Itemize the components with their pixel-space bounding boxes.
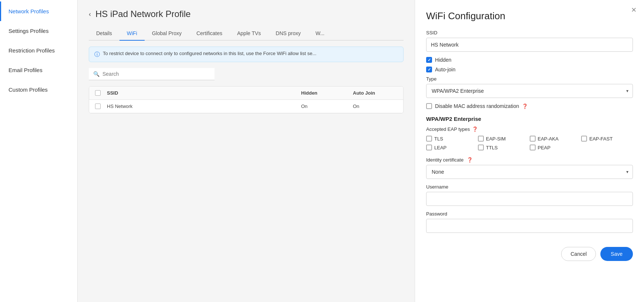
mac-label: Disable MAC address randomization [435,103,519,109]
hidden-row: ✓ Hidden [426,57,633,63]
cell-ssid: HS Network [107,104,301,109]
eap-tls-label: TLS [434,136,443,142]
password-label: Password [426,211,633,217]
col-header-hidden: Hidden [301,90,353,96]
eap-leap: LEAP [426,145,478,150]
search-input[interactable] [102,71,210,77]
mac-checkbox[interactable] [426,103,432,109]
cell-hidden: On [301,104,353,109]
eap-aka: EAP-AKA [530,136,581,142]
eap-fast: EAP-FAST [581,136,633,142]
col-header-autojoin: Auto Join [353,90,397,96]
eap-leap-checkbox[interactable] [426,145,432,150]
tab-global-proxy[interactable]: Global Proxy [145,27,189,41]
search-bar: 🔍 [89,68,215,80]
hidden-label: Hidden [435,57,451,63]
eap-fast-label: EAP-FAST [589,136,613,142]
enterprise-heading: WPA/WP2 Enterprise [426,116,633,122]
tab-apple-tvs[interactable]: Apple TVs [230,27,268,41]
tab-dns-proxy[interactable]: DNS proxy [268,27,308,41]
type-select-wrapper: WPA/WPA2 Enterprise WPA2 Personal WPA3 P… [426,84,633,98]
search-icon: 🔍 [93,71,100,77]
eap-leap-label: LEAP [434,145,446,150]
eap-label: Accepted EAP types [426,126,470,132]
mac-randomization-row: Disable MAC address randomization ❓ [426,103,633,109]
ssid-label: SSID [426,30,633,35]
sidebar: Network Profiles Settings Profiles Restr… [0,0,78,302]
cell-autojoin: On [353,104,397,109]
hidden-checkbox[interactable]: ✓ [426,57,432,63]
tab-details[interactable]: Details [89,27,119,41]
wifi-table: SSID Hidden Auto Join HS Network On On [89,86,404,113]
main-content: ‹ HS iPad Network Profile Details WiFi G… [78,0,415,302]
eap-peap-label: PEAP [538,145,551,150]
eap-fast-checkbox[interactable] [581,136,587,142]
identity-cert-help-icon[interactable]: ❓ [467,157,473,163]
eap-peap: PEAP [530,145,581,150]
autojoin-label: Auto-join [435,67,455,72]
page-header: ‹ HS iPad Network Profile [89,9,404,19]
eap-tls-checkbox[interactable] [426,136,432,142]
type-label: Type [426,76,633,82]
tab-certificates[interactable]: Certificates [189,27,230,41]
password-input[interactable] [426,219,633,233]
sidebar-item-settings-profiles[interactable]: Settings Profiles [0,21,77,41]
close-button[interactable]: ✕ [631,6,637,14]
back-button[interactable]: ‹ [89,10,91,18]
eap-ttls: TTLS [478,145,530,150]
info-banner: ⓘ To restrict device to connect only to … [89,47,404,62]
tab-more[interactable]: W... [308,27,332,41]
eap-ttls-checkbox[interactable] [478,145,484,150]
eap-sim-checkbox[interactable] [478,136,484,142]
autojoin-checkbox[interactable]: ✓ [426,67,432,72]
autojoin-row: ✓ Auto-join [426,67,633,72]
identity-cert-label: Identity certificate ❓ [426,157,633,163]
ssid-input[interactable] [426,38,633,52]
sidebar-item-restriction-profiles[interactable]: Restriction Profiles [0,41,77,60]
row-checkbox[interactable] [95,104,101,109]
tab-bar: Details WiFi Global Proxy Certificates A… [89,27,404,41]
sidebar-item-network-profiles[interactable]: Network Profiles [0,1,77,21]
sidebar-item-custom-profiles[interactable]: Custom Profiles [0,80,77,99]
eap-tls: TLS [426,136,478,142]
eap-aka-checkbox[interactable] [530,136,536,142]
identity-cert-select-wrapper: None ▾ [426,165,633,179]
eap-grid: TLS EAP-SIM EAP-AKA EAP-FAST LEAP TTLS P… [426,136,633,150]
eap-sim-label: EAP-SIM [486,136,506,142]
wifi-config-panel: ✕ WiFi Configuration SSID ✓ Hidden ✓ Aut… [415,0,644,302]
table-header-row: SSID Hidden Auto Join [89,86,403,100]
tab-wifi[interactable]: WiFi [119,27,145,41]
eap-label-row: Accepted EAP types ❓ [426,126,633,132]
sidebar-item-email-profiles[interactable]: Email Profiles [0,60,77,80]
save-button[interactable]: Save [600,247,633,261]
col-header-ssid: SSID [107,90,301,96]
username-label: Username [426,184,633,190]
panel-title: WiFi Configuration [426,10,633,22]
eap-aka-label: EAP-AKA [538,136,559,142]
select-all-checkbox[interactable] [95,90,101,96]
eap-help-icon[interactable]: ❓ [472,126,478,132]
page-title: HS iPad Network Profile [95,9,190,19]
eap-peap-checkbox[interactable] [530,145,536,150]
cancel-button[interactable]: Cancel [561,247,596,261]
type-select[interactable]: WPA/WPA2 Enterprise WPA2 Personal WPA3 P… [426,84,633,98]
username-input[interactable] [426,192,633,206]
mac-help-icon[interactable]: ❓ [522,104,528,109]
identity-cert-select[interactable]: None [426,165,633,179]
panel-footer: Cancel Save [426,247,633,261]
eap-ttls-label: TTLS [486,145,498,150]
eap-sim: EAP-SIM [478,136,530,142]
table-row[interactable]: HS Network On On [89,100,403,113]
info-icon: ⓘ [94,51,100,58]
